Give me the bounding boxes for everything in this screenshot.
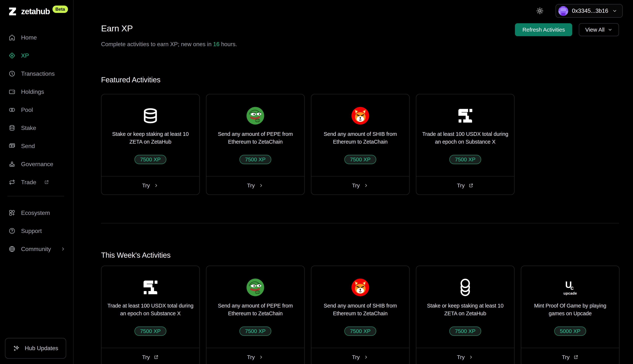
activity-card-trade-usdx: Trade at least 100 USDX total during an … [416, 94, 515, 195]
page-subtitle: Complete activities to earn XP; new ones… [101, 40, 237, 48]
globe-icon [9, 246, 16, 252]
clock-icon [9, 70, 16, 77]
sidebar-item-home[interactable]: Home [0, 28, 73, 46]
sidebar-item-support[interactable]: Support [0, 222, 73, 240]
activity-title: Stake or keep staking at least 10 ZETA o… [107, 130, 194, 146]
section-divider [101, 223, 619, 223]
zetahub-logo-icon [8, 6, 18, 16]
theme-toggle-button[interactable] [536, 7, 544, 15]
activity-card-trade-usdx: Trade at least 100 USDX total during an … [101, 266, 200, 364]
main-content: 0x3345...3b16 Earn XP Complete activitie… [74, 0, 633, 364]
xp-badge: 7500 XP [239, 326, 271, 336]
activity-title: Trade at least 100 USDX total during an … [107, 302, 194, 317]
brand-logo[interactable]: zetahub Beta [0, 0, 73, 16]
activity-title: Send any amount of SHIB from Ethereum to… [316, 130, 404, 146]
page-header: Earn XP Complete activities to earn XP; … [101, 23, 237, 48]
activity-card-send-shib: Send any amount of SHIB from Ethereum to… [311, 266, 410, 364]
swap-icon [9, 179, 16, 186]
brand-name: zetahub [21, 7, 50, 16]
activity-title: Mint Proof Of Game by playing games on U… [526, 302, 614, 317]
try-button[interactable]: Try [206, 348, 304, 364]
external-link-icon [44, 180, 49, 185]
pepe-icon [246, 106, 265, 125]
try-button[interactable]: Try [101, 348, 199, 364]
upcade-logo-text: upcade [563, 291, 577, 296]
chevron-right-icon [258, 354, 264, 360]
sidebar-nav: Home XP Transactions Holdings Pool Stake… [0, 28, 73, 258]
xp-badge: 7500 XP [239, 155, 271, 164]
sidebar-item-pool[interactable]: Pool [0, 101, 73, 119]
xp-badge: 5000 XP [554, 326, 586, 336]
chevron-down-icon [607, 27, 613, 32]
activity-card-mint-upcade: Uc upcade Mint Proof Of Game by playing … [521, 266, 619, 364]
upcade-icon: Uc upcade [563, 278, 577, 297]
xp-badge: 7500 XP [345, 155, 376, 164]
sidebar-item-holdings[interactable]: Holdings [0, 83, 73, 101]
try-button[interactable]: Try [311, 348, 409, 364]
activity-title: Stake or keep staking at least 10 ZETA o… [421, 302, 509, 317]
database-icon [9, 124, 16, 132]
sidebar-item-send[interactable]: Send [0, 137, 73, 155]
pool-circles-icon [9, 106, 16, 113]
xp-badge: 7500 XP [135, 326, 166, 336]
wallet-button[interactable]: 0x3345...3b16 [556, 4, 623, 18]
shib-icon [351, 278, 370, 297]
activity-title: Send any amount of SHIB from Ethereum to… [316, 302, 404, 317]
activity-title: Trade at least 100 USDX total during an … [421, 130, 509, 146]
chevron-right-icon [60, 246, 66, 252]
activity-card-send-pepe: Send any amount of PEPE from Ethereum to… [206, 94, 305, 195]
try-button[interactable]: Try [416, 176, 514, 194]
sidebar: zetahub Beta Home XP Transactions Holdin… [0, 0, 74, 364]
section-title: This Week's Activities [101, 251, 619, 259]
sidebar-item-transactions[interactable]: Transactions [0, 64, 73, 83]
activity-card-send-shib: Send any amount of SHIB from Ethereum to… [311, 94, 410, 195]
sparkles-icon [13, 344, 20, 352]
chevron-right-icon [468, 354, 474, 360]
refresh-activities-button[interactable]: Refresh Activities [515, 23, 572, 36]
page-title: Earn XP [101, 23, 237, 34]
sidebar-item-xp[interactable]: XP [0, 46, 73, 64]
hub-updates-button[interactable]: Hub Updates [5, 338, 66, 359]
beta-badge: Beta [53, 6, 68, 13]
chevron-right-icon [258, 183, 264, 188]
try-button[interactable]: Try [311, 176, 409, 194]
topbar: 0x3345...3b16 [74, 0, 633, 18]
xp-badge: 7500 XP [449, 155, 481, 164]
substance-x-icon [142, 278, 159, 297]
xp-badge: 7500 XP [135, 155, 166, 164]
try-button[interactable]: Try [206, 176, 304, 194]
view-all-button[interactable]: View All [579, 23, 619, 36]
home-icon [9, 34, 16, 41]
featured-activities-section: Featured Activities Stake or keep stakin… [101, 76, 619, 195]
external-link-icon [154, 354, 159, 360]
xp-badge: 7500 XP [449, 326, 481, 336]
wallet-avatar [558, 6, 568, 16]
chevron-right-icon [364, 183, 369, 188]
sidebar-item-stake[interactable]: Stake [0, 119, 73, 137]
week-activities-section: This Week's Activities Trade at least 10… [101, 251, 619, 364]
section-title: Featured Activities [101, 76, 619, 84]
external-link-icon [468, 183, 474, 188]
substance-x-icon [456, 106, 474, 125]
database-icon [141, 106, 160, 125]
chevron-down-icon [612, 8, 617, 14]
card-icon [9, 88, 16, 95]
xp-diamond-icon [9, 52, 16, 59]
coins-stack-icon [456, 278, 474, 297]
try-button[interactable]: Try [101, 176, 199, 194]
activity-title: Send any amount of PEPE from Ethereum to… [212, 130, 299, 146]
xp-badge: 7500 XP [345, 326, 376, 336]
activity-card-stake-zeta: Stake or keep staking at least 10 ZETA o… [101, 94, 200, 195]
wallet-address: 0x3345...3b16 [572, 8, 608, 14]
try-button[interactable]: Try [521, 348, 619, 364]
external-link-icon [573, 354, 578, 360]
try-button[interactable]: Try [416, 348, 514, 364]
sidebar-item-trade[interactable]: Trade [0, 173, 73, 191]
sidebar-item-governance[interactable]: Governance [0, 155, 73, 173]
help-circle-icon [9, 228, 16, 234]
chevron-right-icon [154, 183, 159, 188]
shib-icon [351, 106, 370, 125]
banknote-icon [9, 142, 16, 150]
sidebar-item-community[interactable]: Community [0, 240, 73, 258]
sidebar-item-ecosystem[interactable]: Ecosystem [0, 204, 73, 222]
